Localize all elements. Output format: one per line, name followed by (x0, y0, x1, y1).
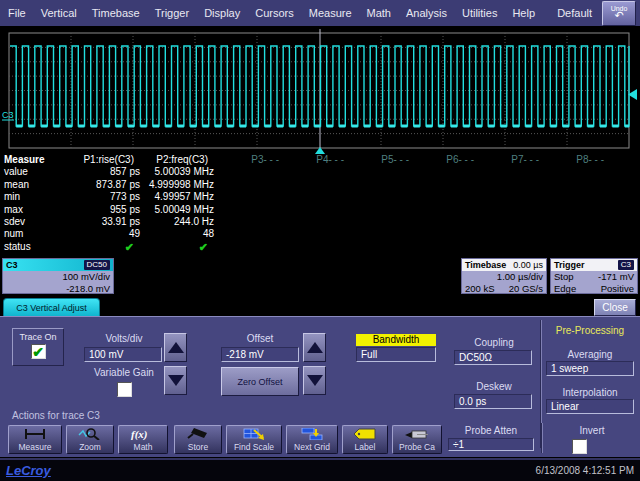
channel-label: C3 (2, 110, 14, 120)
row-label: mean (4, 179, 68, 191)
offset-down-button[interactable] (303, 366, 326, 395)
vertical-adjust-dialog: C3 Vertical Adjust Close Trace On ✔ Volt… (0, 296, 640, 457)
zoom-toolbar-button[interactable]: Zoom (66, 425, 114, 454)
measure-header-row: Measure P1:rise(C3) P2:freq(C3) P3- - - … (4, 154, 636, 166)
trigger-body: Stop -171 mV Edge Positive (551, 271, 637, 294)
store-toolbar-button[interactable]: Store (174, 425, 222, 454)
waveform-area[interactable]: C3 (0, 28, 640, 154)
p2-max: 5.00049 MHz (144, 204, 218, 216)
measure-p6-header[interactable]: P6- - - (413, 154, 478, 166)
variable-gain-checkbox[interactable] (117, 382, 132, 397)
find-scale-toolbar-button[interactable]: Find Scale (226, 425, 282, 454)
timebase-descriptor-box[interactable]: Timebase 0.00 µs 1.00 µs/div 200 kS 20 G… (461, 258, 547, 294)
measure-p5-header[interactable]: P5- - - (348, 154, 413, 166)
up-arrow-icon (168, 342, 184, 353)
interpolation-select[interactable]: Linear (546, 399, 634, 414)
c3-title-label: C3 (6, 260, 18, 270)
undo-icon: ↶ (614, 10, 623, 21)
menu-bar: File Vertical Timebase Trigger Display C… (0, 0, 640, 28)
c3-coupling-badge: DC50 (84, 260, 110, 270)
time-per-div: 1.00 µs/div (465, 271, 543, 283)
toolbar-label: Next Grid (294, 443, 330, 452)
probe-cal-toolbar-button[interactable]: Probe Ca (392, 425, 442, 454)
measure-icon (23, 428, 47, 440)
trigger-slope: Positive (601, 283, 634, 295)
volts-div-down-button[interactable] (164, 366, 187, 395)
bandwidth-select[interactable]: Full (356, 347, 436, 362)
measure-row-num: num 49 48 (4, 228, 636, 240)
menu-help[interactable]: Help (512, 7, 535, 19)
menu-cursors[interactable]: Cursors (255, 7, 294, 19)
c3-descriptor-box[interactable]: C3 DC50 100 mV/div -218.0 mV (2, 258, 114, 294)
sample-rate: 20 GS/s (509, 283, 543, 295)
measure-p7-header[interactable]: P7- - - (478, 154, 543, 166)
menu-utilities[interactable]: Utilities (462, 7, 497, 19)
probe-atten-field[interactable]: ÷1 (448, 438, 534, 451)
trace-on-group[interactable]: Trace On ✔ (12, 328, 64, 366)
measure-row-max: max 955 ps 5.00049 MHz (4, 204, 636, 216)
measure-p8-header[interactable]: P8- - - (543, 154, 608, 166)
tab-c3-vertical-adjust[interactable]: C3 Vertical Adjust (3, 298, 100, 316)
store-icon (186, 428, 210, 440)
measure-p3-header[interactable]: P3- - - (218, 154, 283, 166)
math-toolbar-button[interactable]: f(x) Math (118, 425, 168, 454)
default-button[interactable]: Default (557, 7, 592, 19)
down-arrow-icon (307, 375, 323, 386)
up-arrow-icon (307, 342, 323, 353)
toolbar-label: Math (134, 443, 153, 452)
measure-p2-header[interactable]: P2:freq(C3) (144, 154, 218, 166)
p2-status-check-icon: ✔ (144, 241, 218, 253)
coupling-label: Coupling (454, 337, 534, 348)
close-button[interactable]: Close (594, 299, 636, 316)
coupling-select[interactable]: DC50Ω (454, 350, 532, 365)
measure-p4-header[interactable]: P4- - - (283, 154, 348, 166)
p2-min: 4.99957 MHz (144, 191, 218, 203)
gridlines (9, 33, 629, 148)
bandwidth-label: Bandwidth (356, 334, 436, 346)
waveform-svg: C3 (0, 28, 640, 154)
c3-offset: -218.0 mV (6, 283, 110, 295)
trigger-title-label: Trigger (554, 260, 585, 270)
menu-trigger[interactable]: Trigger (155, 7, 189, 19)
probe-atten-label: Probe Atten (448, 425, 534, 436)
menu-file[interactable]: File (8, 7, 26, 19)
menu-analysis[interactable]: Analysis (406, 7, 447, 19)
undo-button[interactable]: Undo ↶ (602, 1, 636, 26)
zero-offset-button[interactable]: Zero Offset (221, 367, 299, 396)
p1-status-check-icon: ✔ (68, 241, 144, 253)
volts-div-up-button[interactable] (164, 333, 187, 362)
p2-sdev: 244.0 Hz (144, 216, 218, 228)
volts-div-field[interactable]: 100 mV (84, 347, 162, 362)
down-arrow-icon (168, 375, 184, 386)
offset-up-button[interactable] (303, 333, 326, 362)
actions-for-trace-label: Actions for trace C3 (12, 410, 100, 421)
next-grid-toolbar-button[interactable]: Next Grid (286, 425, 338, 454)
menu-vertical[interactable]: Vertical (41, 7, 77, 19)
timebase-title-label: Timebase (465, 260, 506, 270)
p1-max: 955 ps (68, 204, 144, 216)
offset-field[interactable]: -218 mV (221, 347, 299, 362)
trigger-type: Edge (554, 283, 576, 295)
measure-row-value: value 857 ps 5.00039 MHz (4, 166, 636, 178)
preprocessing-label: Pre-Processing (544, 325, 636, 336)
averaging-field[interactable]: 1 sweep (546, 361, 634, 376)
invert-checkbox[interactable] (572, 439, 587, 454)
menu-math[interactable]: Math (367, 7, 391, 19)
trigger-source-badge: C3 (618, 260, 634, 270)
p2-num: 48 (144, 228, 218, 240)
svg-text:f(x): f(x) (131, 428, 148, 440)
measure-toolbar-button[interactable]: Measure (8, 425, 62, 454)
deskew-label: Deskew (454, 381, 534, 392)
menu-display[interactable]: Display (204, 7, 240, 19)
label-toolbar-button[interactable]: Label (342, 425, 388, 454)
menu-measure[interactable]: Measure (309, 7, 352, 19)
trace-on-checkbox[interactable]: ✔ (31, 344, 46, 359)
menu-timebase[interactable]: Timebase (92, 7, 140, 19)
toolbar-label: Measure (18, 443, 51, 452)
toolbar-label: Label (355, 443, 376, 452)
trigger-descriptor-box[interactable]: Trigger C3 Stop -171 mV Edge Positive (550, 258, 638, 294)
deskew-field[interactable]: 0.0 ps (454, 394, 532, 409)
measure-p1-header[interactable]: P1:rise(C3) (68, 154, 144, 166)
offset-label: Offset (220, 333, 300, 344)
lecroy-logo: LeCroy (6, 463, 51, 478)
